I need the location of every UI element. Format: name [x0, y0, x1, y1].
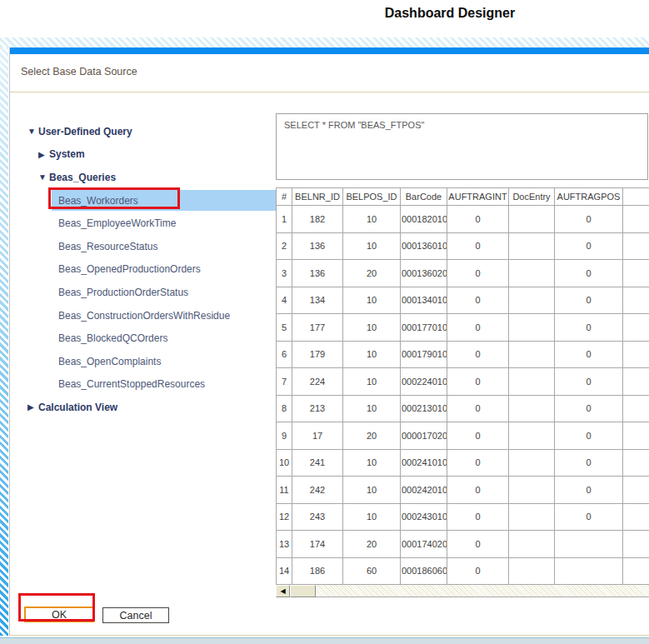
tree-item-label: Beas_OpenComplaints: [58, 356, 161, 367]
panel-accent-bar: [10, 47, 649, 54]
tree-item-beas-queries[interactable]: ▼ Beas_Queries: [0, 166, 276, 189]
table-cell: 0: [555, 314, 623, 342]
table-cell: 0: [447, 449, 509, 477]
table-cell: 60: [343, 557, 401, 585]
table-cell: [509, 287, 555, 314]
table-row: 21361000013601000: [277, 232, 649, 260]
table-cell: [509, 341, 555, 368]
table-cell: 0: [555, 503, 623, 531]
table-cell: 10: [343, 477, 401, 504]
chevron-right-icon[interactable]: ▶: [27, 402, 38, 412]
tree-item-user-defined-query[interactable]: ▼ User-Defined Query: [0, 120, 276, 143]
chevron-right-icon[interactable]: ▶: [38, 150, 49, 159]
tree-item-beas-employeeworktime[interactable]: Beas_EmployeeWorkTime: [52, 212, 276, 235]
tree-item-beas-constructionorderswithresidue[interactable]: Beas_ConstructionOrdersWithResidue: [52, 304, 276, 327]
tree-item-label: Beas_OpenedProductionOrders: [58, 263, 201, 275]
table-cell: 5: [277, 314, 292, 342]
table-cell: [555, 531, 623, 558]
table-row: 14186600001860600: [277, 557, 649, 585]
table-cell: 0: [447, 341, 509, 368]
table-cell: 000186060: [401, 557, 447, 585]
dialog-title: Select Base Data Source: [21, 66, 137, 77]
tree-item-label: Beas_ResourceStatus: [58, 241, 157, 252]
table-cell: 0: [555, 449, 623, 477]
table-cell: 136: [292, 260, 343, 287]
column-header: BarCode: [401, 188, 447, 206]
scrollbar-thumb[interactable]: [290, 585, 316, 597]
tree-item-system[interactable]: ▶ System: [0, 143, 276, 167]
tree-item-beas-currentstoppedresources[interactable]: Beas_CurrentStoppedResources: [52, 373, 276, 397]
tree-item-beas-opencomplaints[interactable]: Beas_OpenComplaints: [52, 350, 276, 373]
tree-item-beas-productionorderstatus[interactable]: Beas_ProductionOrderStatus: [52, 281, 276, 304]
table-cell: [509, 503, 555, 531]
table-cell: 000177010: [401, 314, 447, 342]
table-cell: 10: [343, 449, 401, 477]
table-cell: 6: [277, 341, 292, 368]
table-cell: 0: [447, 503, 509, 531]
column-header: AUFTRAGPOS: [555, 188, 623, 206]
table-cell: 000182010: [401, 206, 447, 233]
scroll-left-button[interactable]: ◀: [276, 585, 290, 597]
column-header: BELPOS_ID: [343, 188, 401, 206]
column-header: AUFT: [623, 188, 649, 206]
data-source-tree: ▼ User-Defined Query ▶ System ▼ Beas_Que…: [0, 120, 276, 419]
table-row: 11821000018201000: [277, 206, 649, 233]
table-cell: [509, 368, 555, 396]
tree-item-beas-openedproductionorders[interactable]: Beas_OpenedProductionOrders: [52, 258, 276, 282]
table-row: 13174200001740200: [277, 531, 649, 558]
table-cell: 0: [447, 557, 509, 585]
table-cell: [623, 531, 649, 558]
tree-item-label: Beas_EmployeeWorkTime: [58, 217, 176, 229]
table-cell: 174: [292, 531, 343, 558]
table-cell: [623, 341, 649, 368]
table-cell: 000134010: [401, 287, 447, 314]
table-cell: [623, 287, 649, 314]
table-cell: 0: [447, 531, 509, 558]
column-header: AUFTRAGINT: [447, 188, 509, 206]
tree-item-beas-blockedqcorders[interactable]: Beas_BlockedQCOrders: [52, 327, 276, 350]
table-cell: 9: [277, 422, 292, 450]
tree-item-beas-resourcestatus[interactable]: Beas_ResourceStatus: [52, 235, 276, 258]
table-cell: 000179010: [401, 341, 447, 368]
table-row: 61791000017901000: [277, 341, 649, 368]
result-table: #BELNR_IDBELPOS_IDBarCodeAUFTRAGINTDocEn…: [276, 187, 649, 585]
chevron-down-icon[interactable]: ▼: [38, 172, 49, 182]
tree-item-label: System: [49, 148, 85, 160]
table-cell: [623, 422, 649, 450]
table-cell: 0: [555, 206, 623, 233]
table-cell: 0: [447, 232, 509, 260]
page-title: Dashboard Designer: [350, 6, 550, 21]
table-cell: 10: [343, 341, 401, 368]
table-cell: [623, 557, 649, 585]
table-cell: 0: [555, 232, 623, 260]
tree-item-label: Beas_Workorders: [58, 195, 138, 207]
table-cell: 8: [277, 395, 292, 422]
tree-item-label: Beas_Queries: [49, 172, 116, 183]
cancel-button[interactable]: Cancel: [102, 607, 169, 623]
table-cell: [509, 206, 555, 233]
sql-query-input[interactable]: SELECT * FROM "BEAS_FTPOS": [276, 113, 648, 180]
table-cell: 17: [292, 422, 343, 450]
chevron-down-icon[interactable]: ▼: [27, 127, 38, 136]
table-cell: [623, 503, 649, 531]
tree-item-beas-workorders[interactable]: Beas_Workorders: [52, 190, 276, 211]
table-row: 82131000021301000: [277, 395, 649, 422]
ok-button[interactable]: OK: [24, 607, 94, 622]
table-cell: 000242010: [401, 477, 447, 504]
table-cell: 243: [292, 503, 343, 531]
table-cell: 000243010: [401, 503, 447, 531]
table-cell: [509, 477, 555, 504]
table-cell: [509, 449, 555, 477]
horizontal-scrollbar[interactable]: ◀: [276, 585, 649, 597]
table-cell: 10: [343, 314, 401, 342]
table-cell: 000213010: [401, 395, 447, 422]
table-cell: 241: [292, 449, 343, 477]
table-cell: [623, 477, 649, 504]
table-row: 31362000013602000: [277, 260, 649, 287]
table-row: 72241000022401000: [277, 368, 649, 396]
table-cell: 10: [343, 368, 401, 396]
table-cell: 10: [343, 503, 401, 531]
tree-item-calculation-view[interactable]: ▶ Calculation View: [0, 396, 276, 419]
table-cell: 000017020: [401, 422, 447, 450]
table-row: 112421000024201000: [277, 477, 649, 504]
